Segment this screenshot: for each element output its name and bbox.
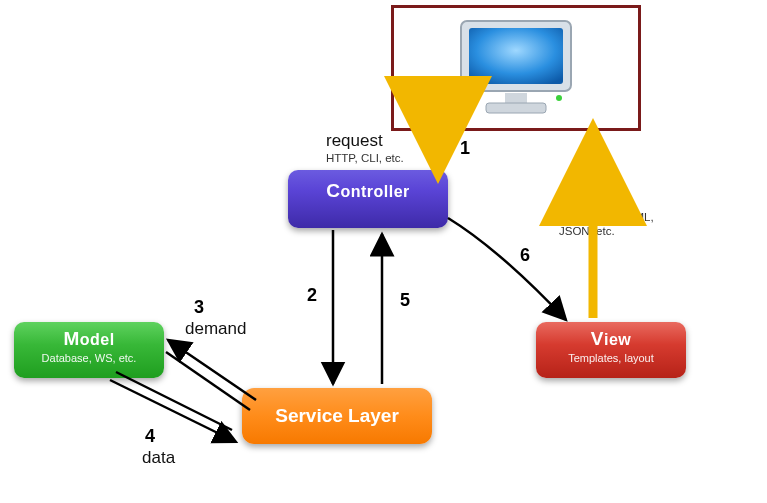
arrow-3a bbox=[168, 340, 256, 400]
view-label: View bbox=[536, 328, 686, 350]
controller-label: Controller bbox=[288, 180, 448, 202]
service-label: Service Layer bbox=[275, 405, 399, 426]
data-label: data bbox=[142, 448, 175, 468]
step-1: 1 bbox=[460, 138, 470, 159]
step-4: 4 bbox=[145, 426, 155, 447]
step-6: 6 bbox=[520, 245, 530, 266]
demand-label: demand bbox=[185, 319, 246, 339]
response-label: response bbox=[559, 190, 629, 210]
step-2: 2 bbox=[307, 285, 317, 306]
svg-rect-3 bbox=[486, 103, 546, 113]
svg-rect-1 bbox=[469, 28, 563, 84]
request-label: request bbox=[326, 131, 383, 151]
svg-point-4 bbox=[556, 95, 562, 101]
arrow-3b bbox=[166, 352, 250, 410]
model-label: Model bbox=[14, 328, 164, 350]
model-sublabel: Database, WS, etc. bbox=[14, 352, 164, 364]
arrow-4b bbox=[116, 372, 232, 430]
response-sublabel: HTML, RSS, XML, JSON, etc. bbox=[559, 211, 679, 239]
view-sublabel: Templates, layout bbox=[536, 352, 686, 364]
step-3: 3 bbox=[194, 297, 204, 318]
svg-rect-2 bbox=[505, 93, 527, 103]
model-box: Model Database, WS, etc. bbox=[14, 322, 164, 378]
request-sublabel: HTTP, CLI, etc. bbox=[326, 152, 404, 166]
view-box: View Templates, layout bbox=[536, 322, 686, 378]
step-5: 5 bbox=[400, 290, 410, 311]
controller-box: Controller bbox=[288, 170, 448, 228]
service-box: Service Layer bbox=[242, 388, 432, 444]
monitor-icon bbox=[451, 16, 581, 121]
arrow-4a bbox=[110, 380, 236, 442]
client-box bbox=[391, 5, 641, 131]
arrow-6 bbox=[448, 218, 566, 320]
